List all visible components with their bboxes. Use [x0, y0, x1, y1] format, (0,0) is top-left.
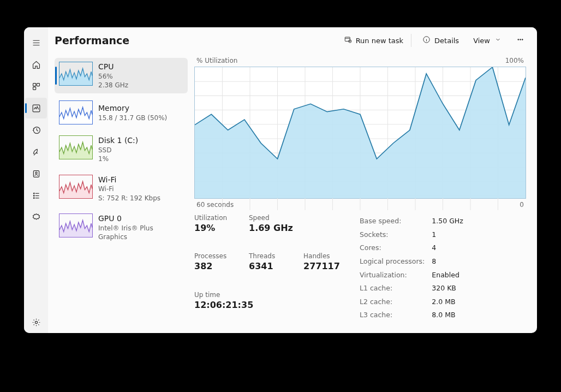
mini-chart [59, 213, 93, 237]
mini-chart [59, 175, 93, 199]
page-title: Performance [55, 34, 129, 46]
logical-value: 8 [431, 256, 468, 268]
virt-label: Virtualization: [359, 269, 430, 282]
utilization-value: 19% [194, 223, 249, 233]
perf-card-sub2: S: 752 R: 192 Kbps [98, 194, 160, 203]
threads-label: Threads [249, 252, 303, 260]
cpu-stats: Utilization19% Speed1.69 GHz Processes38… [194, 214, 526, 323]
threads-value: 6341 [249, 261, 303, 271]
svg-rect-2 [33, 87, 35, 90]
perf-card-wi-fi[interactable]: Wi-FiWi-FiS: 752 R: 192 Kbps [55, 171, 188, 206]
perf-card-cpu[interactable]: CPU56%2.38 GHz [55, 58, 188, 93]
l2-label: L2 cache: [359, 296, 430, 308]
perf-card-sub2: 1% [98, 155, 138, 163]
nav-app-history[interactable] [25, 120, 47, 140]
l1-label: L1 cache: [359, 282, 430, 295]
l2-value: 2.0 MB [431, 296, 468, 308]
handles-label: Handles [303, 252, 358, 260]
nav-home[interactable] [25, 54, 47, 75]
chart-ymax: 100% [505, 57, 524, 64]
logical-label: Logical processors: [359, 256, 430, 268]
svg-rect-1 [37, 83, 39, 86]
l3-label: L3 cache: [359, 309, 430, 322]
nav-startup[interactable] [25, 141, 47, 162]
nav-details[interactable] [25, 185, 47, 206]
svg-point-8 [33, 195, 34, 196]
mini-chart [59, 62, 93, 86]
sockets-label: Sockets: [359, 229, 430, 241]
perf-card-title: GPU 0 [98, 213, 153, 224]
cpu-utilization-chart [194, 67, 526, 199]
run-new-task-button[interactable]: Run new task [338, 32, 409, 49]
processes-value: 382 [194, 261, 249, 271]
speed-value: 1.69 GHz [249, 223, 358, 233]
task-manager-window: Performance Run new task Details View [24, 27, 537, 333]
cores-label: Cores: [359, 242, 430, 254]
view-label: View [473, 37, 490, 45]
base-speed-value: 1.50 GHz [431, 215, 468, 228]
svg-rect-11 [345, 37, 350, 41]
svg-point-16 [522, 39, 523, 40]
perf-card-sub1: SSD [98, 146, 138, 155]
perf-sidebar: CPU56%2.38 GHzMemory15.8 / 31.7 GB (50%)… [48, 54, 190, 333]
menu-button[interactable] [25, 32, 47, 53]
nav-users[interactable] [25, 163, 47, 184]
speed-label: Speed [249, 214, 358, 222]
header-bar: Performance Run new task Details View [48, 27, 537, 54]
perf-card-memory[interactable]: Memory15.8 / 31.7 GB (50%) [55, 97, 188, 128]
perf-card-sub2: 2.38 GHz [98, 81, 128, 90]
mini-chart [59, 135, 93, 159]
perf-card-title: Memory [98, 103, 167, 114]
uptime-label: Up time [194, 291, 358, 299]
nav-rail [24, 27, 48, 333]
more-button[interactable] [511, 32, 529, 49]
svg-point-7 [33, 193, 34, 194]
perf-card-disk-1-c-[interactable]: Disk 1 (C:)SSD1% [55, 132, 188, 167]
uptime-value: 12:06:21:35 [194, 300, 358, 310]
virt-value: Enabled [431, 269, 468, 282]
utilization-label: Utilization [194, 214, 249, 222]
perf-card-gpu-0[interactable]: GPU 0Intel® Iris® PlusGraphics [55, 210, 188, 245]
perf-card-title: Disk 1 (C:) [98, 135, 138, 146]
nav-settings[interactable] [25, 312, 47, 332]
more-icon [516, 35, 524, 45]
svg-rect-0 [33, 83, 35, 86]
nav-processes[interactable] [25, 76, 47, 97]
cpu-spec-table: Base speed:1.50 GHz Sockets:1 Cores:4 Lo… [358, 214, 470, 323]
processes-label: Processes [194, 252, 249, 260]
perf-card-sub1: 56% [98, 72, 128, 81]
svg-point-15 [520, 39, 521, 40]
chart-ylabel: % Utilization [196, 57, 237, 64]
perf-card-sub1: Wi-Fi [98, 185, 160, 193]
details-label: Details [434, 37, 459, 45]
base-speed-label: Base speed: [359, 215, 430, 228]
info-icon [422, 35, 431, 45]
sockets-value: 1 [431, 229, 468, 241]
run-new-task-label: Run new task [356, 37, 403, 45]
perf-card-sub2: Graphics [98, 233, 153, 241]
details-button[interactable]: Details [417, 32, 464, 49]
perf-card-sub1: 15.8 / 31.7 GB (50%) [98, 114, 167, 122]
handles-value: 277117 [303, 261, 358, 271]
main-content: Performance Run new task Details View [48, 27, 537, 333]
svg-point-6 [35, 172, 37, 174]
cores-value: 4 [431, 242, 468, 254]
svg-point-10 [35, 321, 37, 323]
svg-point-9 [33, 197, 34, 198]
mini-chart [59, 100, 93, 124]
cpu-detail-panel: % Utilization 100% 60 seconds 0 Utilizat… [190, 54, 537, 333]
svg-point-14 [517, 39, 518, 40]
l1-value: 320 KB [431, 282, 468, 295]
l3-value: 8.0 MB [431, 309, 468, 322]
perf-card-title: Wi-Fi [98, 175, 160, 185]
nav-services[interactable] [25, 207, 47, 228]
perf-card-title: CPU [98, 62, 128, 72]
perf-card-sub1: Intel® Iris® Plus [98, 224, 153, 233]
header-divider [411, 34, 411, 47]
nav-performance[interactable] [25, 98, 47, 118]
run-task-icon [344, 35, 352, 45]
chevron-down-icon [494, 35, 502, 45]
view-dropdown[interactable]: View [468, 32, 508, 49]
